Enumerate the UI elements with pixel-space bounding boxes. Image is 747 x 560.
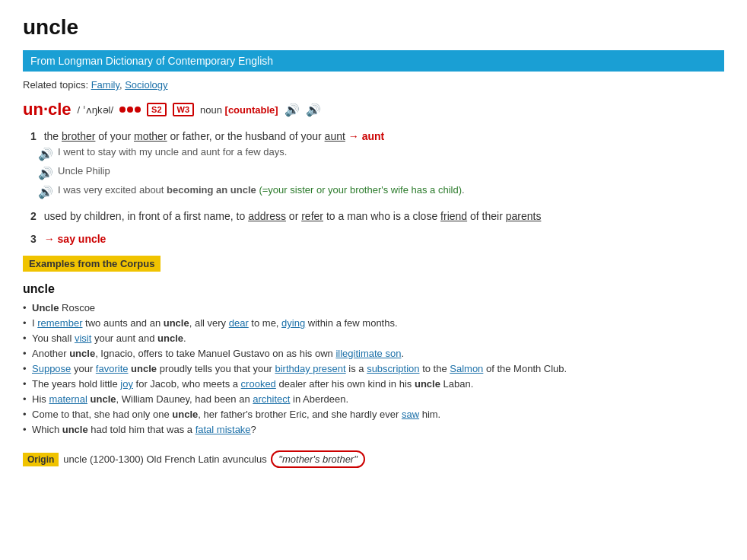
corpus-item-7: His maternal uncle, William Dauney, had … xyxy=(23,393,724,405)
definition-2: 2 used by children, in front of a first … xyxy=(30,210,724,222)
origin-section: Origin uncle (1200-1300) Old French Lati… xyxy=(23,450,724,468)
example-speaker-1[interactable]: 🔊 xyxy=(38,147,53,161)
related-topic-family[interactable]: Family xyxy=(91,79,119,91)
page-title: uncle xyxy=(23,15,724,40)
definition-1: 1 the brother of your mother or father, … xyxy=(30,130,724,199)
badge-w3: W3 xyxy=(173,103,195,116)
aunt-link[interactable]: → aunt xyxy=(348,130,384,142)
word-display: un·cle xyxy=(23,100,72,119)
corpus-badge: Examples from the Corpus xyxy=(23,256,161,272)
corpus-section: Examples from the Corpus uncle Uncle Ros… xyxy=(23,256,724,435)
corpus-item-9: Which uncle had told him that was a fata… xyxy=(23,424,724,435)
related-topics: Related topics: Family, Sociology xyxy=(23,79,724,91)
def-num-1: 1 xyxy=(30,130,37,142)
related-topics-label: Related topics: xyxy=(23,79,88,91)
corpus-item-3: You shall visit your aunt and uncle. xyxy=(23,332,724,344)
definition-3: 3 → say uncle xyxy=(30,233,724,245)
frequency-dots xyxy=(119,107,141,113)
dict-source-banner: From Longman Dictionary of Contemporary … xyxy=(23,50,724,72)
corpus-item-8: Come to that, she had only one uncle, he… xyxy=(23,409,724,420)
origin-badge: Origin xyxy=(23,453,59,466)
def-num-2: 2 xyxy=(30,210,37,222)
badge-s2: S2 xyxy=(147,103,166,116)
speaker-icon-2[interactable]: 🔊 xyxy=(306,103,321,117)
corpus-item-2: I remember two aunts and an uncle, all v… xyxy=(23,317,724,329)
def-num-3: 3 xyxy=(30,233,37,245)
corpus-item-5: Suppose your favorite uncle proudly tell… xyxy=(23,363,724,374)
related-topic-sociology[interactable]: Sociology xyxy=(125,79,167,91)
mothers-brother-highlight: "mother's brother" xyxy=(271,450,364,468)
corpus-examples-list: Uncle Roscoe I remember two aunts and an… xyxy=(23,302,724,435)
definitions-list: 1 the brother of your mother or father, … xyxy=(30,130,724,245)
freq-dot-3 xyxy=(135,107,141,113)
word-header: un·cle / ˈʌŋkəl/ S2 W3 noun [countable] … xyxy=(23,100,724,119)
word-type: noun [countable] xyxy=(200,104,278,116)
corpus-item-1: Uncle Roscoe xyxy=(23,302,724,313)
example-speaker-2[interactable]: 🔊 xyxy=(38,166,53,180)
corpus-word-title: uncle xyxy=(23,282,724,296)
def-text-3: → say uncle xyxy=(44,233,106,245)
countable-label: [countable] xyxy=(225,104,278,116)
freq-dot-1 xyxy=(119,107,126,113)
say-uncle-link[interactable]: → say uncle xyxy=(44,233,106,245)
origin-text: uncle (1200-1300) Old French Latin avunc… xyxy=(63,450,364,468)
def-text-1: the brother of your mother or father, or… xyxy=(44,130,348,142)
example-speaker-3[interactable]: 🔊 xyxy=(38,185,53,199)
speaker-icon-1[interactable]: 🔊 xyxy=(284,103,300,117)
example-1-3: 🔊 I was very excited about becoming an u… xyxy=(38,184,724,199)
example-1-2: 🔊 Uncle Philip xyxy=(38,165,724,180)
corpus-item-4: Another uncle, Ignacio, offers to take M… xyxy=(23,348,724,359)
def-text-2: used by children, in front of a first na… xyxy=(44,210,542,222)
example-1-1: 🔊 I went to stay with my uncle and aunt … xyxy=(38,146,724,161)
freq-dot-2 xyxy=(127,107,133,113)
corpus-item-6: The years hold little joy for Jacob, who… xyxy=(23,378,724,390)
pronunciation: / ˈʌŋkəl/ xyxy=(78,104,113,116)
